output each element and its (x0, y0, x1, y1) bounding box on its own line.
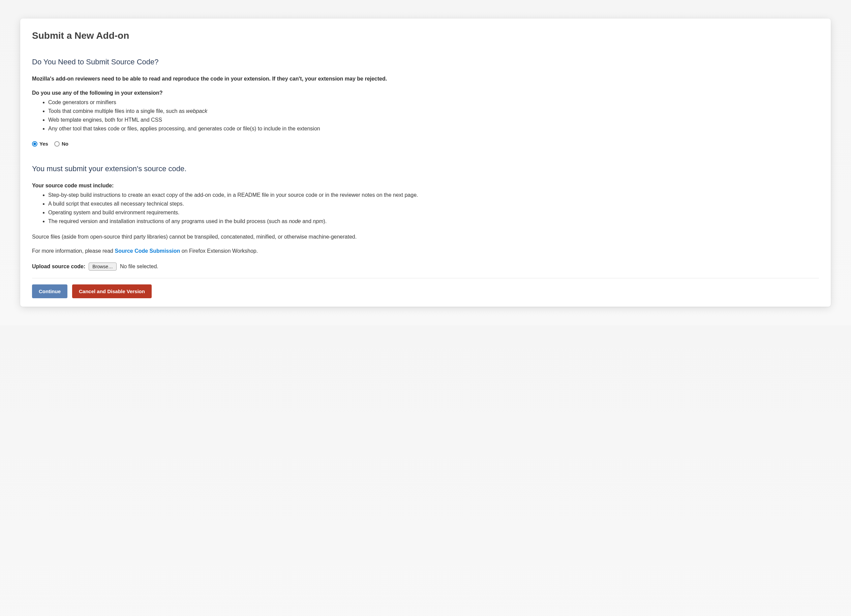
radio-yes[interactable]: Yes (32, 140, 48, 148)
requirements-list: Step-by-step build instructions to creat… (32, 191, 819, 225)
upload-label: Upload source code: (32, 263, 85, 270)
source-code-question-section: Do You Need to Submit Source Code? Mozil… (32, 56, 819, 148)
button-row: Continue Cancel and Disable Version (32, 284, 819, 298)
list-item: The required version and installation in… (48, 217, 819, 225)
source-code-requirements-section: You must submit your extension's source … (32, 163, 819, 270)
source-code-submission-link[interactable]: Source Code Submission (114, 248, 180, 254)
list-item: Code generators or minifiers (48, 98, 819, 107)
list-item: Tools that combine multiple files into a… (48, 107, 819, 115)
section1-question: Do you use any of the following in your … (32, 89, 819, 97)
tools-list: Code generators or minifiers Tools that … (32, 98, 819, 133)
list-item: Any other tool that takes code or files,… (48, 125, 819, 133)
cancel-button[interactable]: Cancel and Disable Version (72, 284, 152, 298)
list-item: Operating system and build environment r… (48, 209, 819, 217)
radio-icon (54, 141, 60, 147)
section1-intro: Mozilla's add-on reviewers need to be ab… (32, 75, 819, 83)
main-card: Submit a New Add-on Do You Need to Submi… (20, 18, 831, 306)
file-status: No file selected. (120, 263, 158, 270)
browse-button[interactable]: Browse… (89, 263, 117, 270)
radio-no-label: No (62, 140, 68, 148)
more-info-line: For more information, please read Source… (32, 247, 819, 255)
list-item: Step-by-step build instructions to creat… (48, 191, 819, 199)
list-item: A build script that executes all necessa… (48, 200, 819, 208)
radio-dot-icon (33, 143, 36, 145)
upload-row: Upload source code: Browse… No file sele… (32, 263, 819, 270)
radio-icon (32, 141, 38, 147)
page-title: Submit a New Add-on (32, 29, 819, 43)
section1-heading: Do You Need to Submit Source Code? (32, 56, 819, 68)
radio-no[interactable]: No (54, 140, 68, 148)
transpile-note: Source files (aside from open-source thi… (32, 233, 819, 241)
divider (32, 278, 819, 278)
radio-group: Yes No (32, 140, 819, 148)
radio-yes-label: Yes (39, 140, 48, 148)
continue-button[interactable]: Continue (32, 284, 68, 298)
list-item: Web template engines, both for HTML and … (48, 116, 819, 124)
must-include-label: Your source code must include: (32, 182, 819, 190)
section2-heading: You must submit your extension's source … (32, 163, 819, 174)
